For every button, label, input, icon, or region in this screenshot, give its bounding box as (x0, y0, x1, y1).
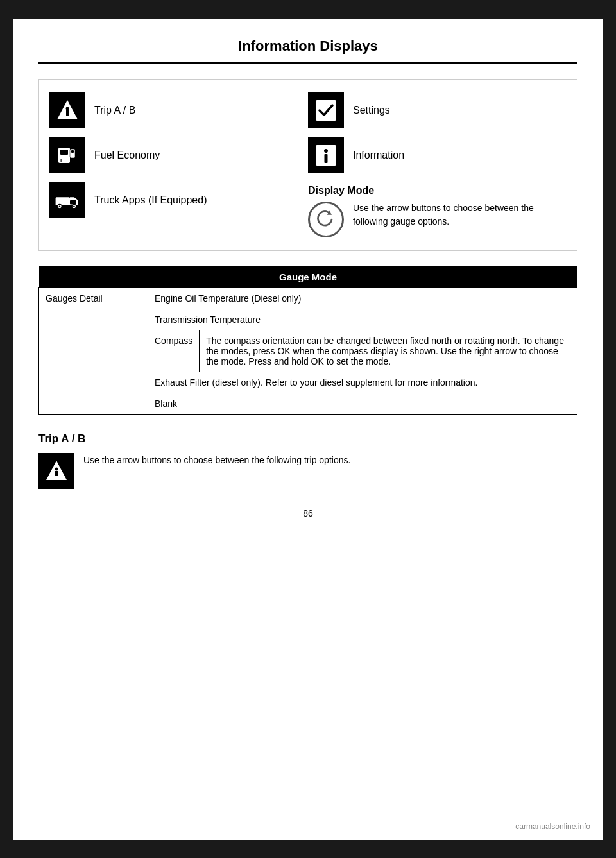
row-compass-desc: The compass orientation can be changed b… (200, 330, 578, 372)
trip-description: Use the arrow buttons to choose between … (83, 453, 350, 467)
display-mode-row: Use the arrow buttons to choose between … (308, 202, 567, 237)
icons-section: Trip A / B i Fuel Economy (38, 79, 578, 251)
trip-row: Use the arrow buttons to choose between … (38, 453, 578, 489)
svg-rect-14 (70, 200, 76, 204)
svg-point-11 (59, 205, 60, 207)
svg-rect-21 (55, 471, 58, 476)
row-transmission: Transmission Temperature (148, 309, 578, 330)
gauge-table-header: Gauge Mode (39, 266, 578, 288)
trip-icon-box (49, 92, 85, 128)
fuel-icon-box: i (49, 137, 85, 173)
icon-row-truck: Truck Apps (If Equipped) (49, 182, 308, 218)
info-label: Information (353, 150, 404, 161)
icons-right: Settings Information Display Mode (308, 92, 567, 237)
table-row-gauges-detail: Gauges Detail Engine Oil Temperature (Di… (39, 287, 578, 309)
settings-icon (313, 98, 339, 123)
row-compass-label: Compass (148, 330, 200, 372)
row-exhaust: Exhaust Filter (diesel only). Refer to y… (148, 372, 578, 393)
row-engine-oil: Engine Oil Temperature (Diesel only) (148, 287, 578, 309)
trip-section: Trip A / B Use the arrow buttons to choo… (38, 433, 578, 489)
trip-label: Trip A / B (94, 105, 135, 116)
truck-icon (55, 187, 80, 213)
svg-text:i: i (60, 157, 62, 163)
icon-row-fuel: i Fuel Economy (49, 137, 308, 173)
truck-icon-box (49, 182, 85, 218)
watermark: carmanualsonline.info (515, 822, 590, 831)
trip-section-icon-box (38, 453, 74, 489)
row-blank: Blank (148, 393, 578, 414)
settings-icon-box (308, 92, 344, 128)
svg-point-22 (55, 467, 58, 470)
row-label-gauges-detail: Gauges Detail (39, 287, 148, 414)
settings-label: Settings (353, 105, 390, 116)
icon-row-info: Information (308, 137, 567, 173)
icons-left: Trip A / B i Fuel Economy (49, 92, 308, 237)
page-number: 86 (38, 508, 578, 519)
display-mode-section: Display Mode Use the arrow buttons to ch… (308, 185, 567, 237)
svg-rect-1 (66, 110, 69, 116)
arrow-circle-icon (314, 208, 338, 231)
svg-point-13 (73, 205, 74, 207)
trip-section-title: Trip A / B (38, 433, 578, 445)
fuel-label: Fuel Economy (94, 150, 160, 161)
svg-rect-4 (60, 150, 68, 155)
fuel-icon: i (55, 142, 80, 168)
trip-section-icon (44, 458, 69, 484)
display-mode-title: Display Mode (308, 185, 567, 196)
truck-label: Truck Apps (If Equipped) (94, 194, 207, 206)
svg-rect-18 (325, 154, 328, 163)
gauge-table: Gauge Mode Gauges Detail Engine Oil Temp… (38, 266, 578, 415)
svg-rect-8 (56, 197, 70, 205)
trip-icon (55, 98, 80, 123)
info-icon (313, 142, 339, 168)
page-title: Information Displays (38, 38, 578, 64)
display-mode-text: Use the arrow buttons to choose between … (353, 202, 567, 228)
icon-row-trip: Trip A / B (49, 92, 308, 128)
icon-row-settings: Settings (308, 92, 567, 128)
svg-point-17 (324, 149, 328, 153)
svg-point-2 (66, 107, 69, 110)
info-icon-box (308, 137, 344, 173)
display-mode-icon (308, 202, 344, 237)
svg-rect-6 (71, 150, 74, 153)
